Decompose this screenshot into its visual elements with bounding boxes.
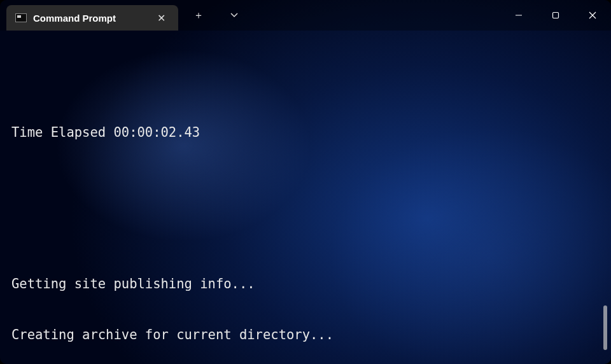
output-line: Time Elapsed 00:00:02.43 (11, 124, 600, 141)
output-line: Getting site publishing info... (11, 276, 600, 293)
titlebar: Command Prompt ✕ ＋ (0, 0, 611, 31)
minimize-icon (514, 11, 523, 20)
terminal-window: Command Prompt ✕ ＋ Time Elapsed 00:00:02… (0, 0, 611, 364)
minimize-button[interactable] (500, 0, 537, 31)
maximize-icon (551, 11, 560, 20)
terminal-output[interactable]: Time Elapsed 00:00:02.43 Getting site pu… (0, 31, 611, 364)
close-icon (588, 11, 597, 20)
cmd-icon (15, 13, 27, 22)
svg-rect-1 (553, 13, 559, 18)
titlebar-actions: ＋ (181, 0, 252, 31)
close-window-button[interactable] (574, 0, 611, 31)
scrollbar-thumb[interactable] (603, 305, 607, 350)
tab-title: Command Prompt (33, 13, 147, 24)
output-line: Creating archive for current directory..… (11, 326, 600, 344)
tab-command-prompt[interactable]: Command Prompt ✕ (6, 5, 178, 31)
window-controls (500, 0, 611, 31)
chevron-down-icon (230, 13, 238, 18)
maximize-button[interactable] (537, 0, 574, 31)
new-tab-button[interactable]: ＋ (181, 0, 216, 31)
tab-dropdown-button[interactable] (216, 0, 252, 31)
close-tab-button[interactable]: ✕ (153, 11, 169, 25)
